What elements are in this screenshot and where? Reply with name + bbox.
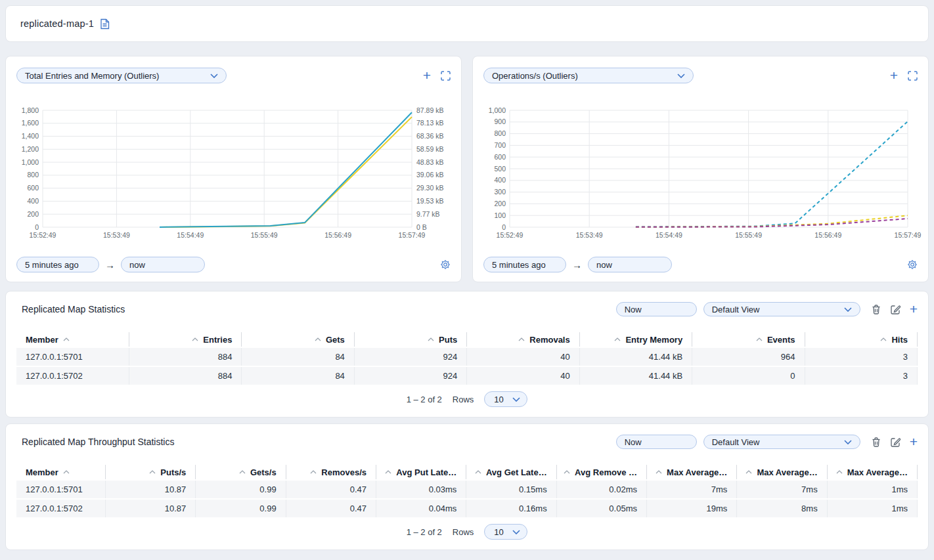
column-header[interactable]: Max Average… [647,465,737,479]
gear-icon[interactable] [440,259,451,270]
svg-text:78.13 kB: 78.13 kB [416,119,443,127]
sort-caret-icon [564,470,570,474]
throughput-table: MemberPuts/sGets/sRemoves/sAvg Put Late…… [16,465,918,517]
column-header[interactable]: Events [692,332,805,347]
expand-icon[interactable] [908,71,918,81]
column-header[interactable]: Max Average… [737,465,827,479]
column-header[interactable]: Avg Remove … [557,465,647,479]
chart-metric-label: Total Entries and Memory (Outliers) [25,71,159,81]
svg-text:1,800: 1,800 [22,106,39,114]
svg-text:700: 700 [494,141,506,149]
table-cell: 0.03ms [376,481,466,498]
chart-panel-operations: Operations/s (Outliers) + 01002003004005… [472,56,929,282]
sort-caret-icon [518,337,525,341]
svg-text:15:57:49: 15:57:49 [399,231,426,239]
chart-metric-select[interactable]: Total Entries and Memory (Outliers) [16,68,227,83]
table-cell: 84 [242,367,354,385]
chart-toolbar: Total Entries and Memory (Outliers) + [16,67,451,84]
column-header[interactable]: Member [16,332,129,347]
table-cell: 3 [805,348,918,366]
column-header[interactable]: Avg Put Late… [376,465,466,479]
svg-text:100: 100 [494,211,506,219]
sort-caret-icon [239,470,246,474]
table-cell: 1ms [828,481,918,498]
add-view-icon[interactable]: + [910,437,918,447]
table-cell: 8ms [737,500,827,517]
column-header[interactable]: Max Average… [828,465,918,479]
table-cell: 10.87 [106,500,196,517]
chart-metric-select[interactable]: Operations/s (Outliers) [483,68,694,83]
document-icon[interactable] [100,18,110,30]
chevron-down-icon [210,74,218,78]
table-cell: 19ms [647,500,737,517]
column-header[interactable]: Gets/s [196,465,286,479]
column-header[interactable]: Puts [355,332,467,347]
table-cell: 0.16ms [466,500,556,517]
sort-caret-icon [475,470,481,474]
time-from-input[interactable]: 5 minutes ago [16,257,99,272]
table-cell: 884 [129,348,242,366]
chevron-down-icon [844,440,852,444]
delete-view-icon[interactable] [871,304,881,315]
delete-view-icon[interactable] [871,437,881,448]
table-cell: 3 [805,367,918,385]
rows-per-page-value: 10 [494,395,503,404]
column-header[interactable]: Hits [805,332,918,347]
svg-text:1,000: 1,000 [489,106,506,114]
chevron-down-icon [512,530,520,534]
edit-view-icon[interactable] [890,304,901,315]
table-cell: 924 [355,367,467,385]
table-cell: 127.0.0.1:5701 [16,348,129,366]
add-chart-icon[interactable]: + [423,70,431,81]
chart-metric-label: Operations/s (Outliers) [492,71,578,81]
expand-icon[interactable] [441,71,451,81]
rows-per-page-select[interactable]: 10 [484,524,527,540]
rows-label: Rows [453,527,474,537]
view-select[interactable]: Default View [703,302,860,316]
add-view-icon[interactable]: + [910,304,918,314]
table-toolbar: Replicated Map Throughput Statistics Now… [16,433,918,450]
pagination: 1 – 2 of 2 Rows 10 [6,391,928,408]
sort-caret-icon [428,337,434,341]
column-header[interactable]: Removals [467,332,579,347]
svg-text:1,200: 1,200 [22,145,39,153]
add-chart-icon[interactable]: + [890,70,898,81]
table-cell: 10.87 [106,481,196,498]
table-cell: 0.15ms [466,481,556,498]
time-from-input[interactable]: 5 minutes ago [483,257,566,272]
edit-view-icon[interactable] [890,437,901,448]
table-cell: 0.04ms [376,500,466,517]
rows-per-page-select[interactable]: 10 [484,391,527,407]
sort-caret-icon [836,470,843,474]
table-cell: 924 [355,348,467,366]
view-select[interactable]: Default View [703,435,860,449]
column-header[interactable]: Entries [129,332,242,347]
chart-toolbar: Operations/s (Outliers) + [483,67,918,84]
time-to-input[interactable]: now [588,257,672,272]
svg-text:15:56:49: 15:56:49 [324,231,351,239]
column-header[interactable]: Avg Get Late… [466,465,556,479]
sort-caret-icon [63,470,70,474]
svg-text:0: 0 [502,223,506,231]
arrow-right-icon: → [105,259,115,270]
chart-footer: 5 minutes ago → now [483,257,918,272]
rows-per-page-value: 10 [494,527,503,537]
gear-icon[interactable] [907,259,918,270]
svg-text:900: 900 [494,118,506,125]
arrow-right-icon: → [572,259,582,270]
column-header[interactable]: Puts/s [106,465,196,479]
column-header[interactable]: Gets [242,332,354,347]
throughput-section: Replicated Map Throughput Statistics Now… [5,423,929,550]
column-header[interactable]: Entry Memory [580,332,692,347]
page: replicated-map-1 Total Entries and Memor… [0,0,934,560]
time-filter-input[interactable]: Now [616,302,697,316]
table-header-row: MemberEntriesGetsPutsRemovalsEntry Memor… [16,332,918,347]
time-to-input[interactable]: now [121,257,205,272]
column-header[interactable]: Member [16,465,106,479]
time-filter-input[interactable]: Now [616,435,697,449]
column-header[interactable]: Removes/s [286,465,376,479]
chevron-down-icon [844,307,852,312]
svg-text:15:57:49: 15:57:49 [895,231,922,239]
sort-caret-icon [310,470,317,474]
svg-text:68.36 kB: 68.36 kB [416,132,443,140]
